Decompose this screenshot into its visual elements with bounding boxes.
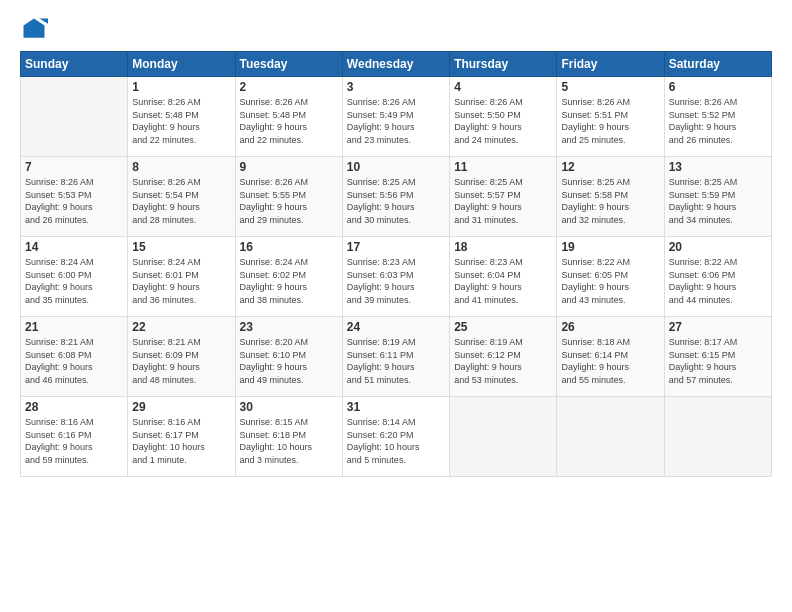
day-info: Sunrise: 8:22 AM Sunset: 6:06 PM Dayligh…	[669, 256, 767, 306]
day-cell: 1Sunrise: 8:26 AM Sunset: 5:48 PM Daylig…	[128, 77, 235, 157]
day-info: Sunrise: 8:19 AM Sunset: 6:11 PM Dayligh…	[347, 336, 445, 386]
day-info: Sunrise: 8:26 AM Sunset: 5:53 PM Dayligh…	[25, 176, 123, 226]
day-cell: 12Sunrise: 8:25 AM Sunset: 5:58 PM Dayli…	[557, 157, 664, 237]
page: SundayMondayTuesdayWednesdayThursdayFrid…	[0, 0, 792, 612]
day-cell: 30Sunrise: 8:15 AM Sunset: 6:18 PM Dayli…	[235, 397, 342, 477]
day-cell: 9Sunrise: 8:26 AM Sunset: 5:55 PM Daylig…	[235, 157, 342, 237]
day-cell: 4Sunrise: 8:26 AM Sunset: 5:50 PM Daylig…	[450, 77, 557, 157]
day-number: 1	[132, 80, 230, 94]
day-number: 16	[240, 240, 338, 254]
day-info: Sunrise: 8:19 AM Sunset: 6:12 PM Dayligh…	[454, 336, 552, 386]
day-info: Sunrise: 8:16 AM Sunset: 6:16 PM Dayligh…	[25, 416, 123, 466]
day-cell: 8Sunrise: 8:26 AM Sunset: 5:54 PM Daylig…	[128, 157, 235, 237]
col-header-sunday: Sunday	[21, 52, 128, 77]
day-cell: 11Sunrise: 8:25 AM Sunset: 5:57 PM Dayli…	[450, 157, 557, 237]
day-cell: 22Sunrise: 8:21 AM Sunset: 6:09 PM Dayli…	[128, 317, 235, 397]
week-row-1: 1Sunrise: 8:26 AM Sunset: 5:48 PM Daylig…	[21, 77, 772, 157]
day-cell	[557, 397, 664, 477]
day-info: Sunrise: 8:22 AM Sunset: 6:05 PM Dayligh…	[561, 256, 659, 306]
day-info: Sunrise: 8:24 AM Sunset: 6:02 PM Dayligh…	[240, 256, 338, 306]
day-cell: 18Sunrise: 8:23 AM Sunset: 6:04 PM Dayli…	[450, 237, 557, 317]
day-number: 5	[561, 80, 659, 94]
day-info: Sunrise: 8:23 AM Sunset: 6:04 PM Dayligh…	[454, 256, 552, 306]
day-cell: 2Sunrise: 8:26 AM Sunset: 5:48 PM Daylig…	[235, 77, 342, 157]
day-number: 14	[25, 240, 123, 254]
col-header-wednesday: Wednesday	[342, 52, 449, 77]
day-cell: 10Sunrise: 8:25 AM Sunset: 5:56 PM Dayli…	[342, 157, 449, 237]
day-info: Sunrise: 8:21 AM Sunset: 6:08 PM Dayligh…	[25, 336, 123, 386]
col-header-friday: Friday	[557, 52, 664, 77]
day-cell: 17Sunrise: 8:23 AM Sunset: 6:03 PM Dayli…	[342, 237, 449, 317]
day-cell: 16Sunrise: 8:24 AM Sunset: 6:02 PM Dayli…	[235, 237, 342, 317]
day-cell: 13Sunrise: 8:25 AM Sunset: 5:59 PM Dayli…	[664, 157, 771, 237]
day-number: 8	[132, 160, 230, 174]
day-number: 23	[240, 320, 338, 334]
week-row-2: 7Sunrise: 8:26 AM Sunset: 5:53 PM Daylig…	[21, 157, 772, 237]
day-info: Sunrise: 8:26 AM Sunset: 5:51 PM Dayligh…	[561, 96, 659, 146]
day-info: Sunrise: 8:26 AM Sunset: 5:49 PM Dayligh…	[347, 96, 445, 146]
day-info: Sunrise: 8:25 AM Sunset: 5:57 PM Dayligh…	[454, 176, 552, 226]
day-cell: 27Sunrise: 8:17 AM Sunset: 6:15 PM Dayli…	[664, 317, 771, 397]
day-info: Sunrise: 8:15 AM Sunset: 6:18 PM Dayligh…	[240, 416, 338, 466]
day-number: 4	[454, 80, 552, 94]
day-number: 22	[132, 320, 230, 334]
day-number: 31	[347, 400, 445, 414]
day-info: Sunrise: 8:23 AM Sunset: 6:03 PM Dayligh…	[347, 256, 445, 306]
week-row-5: 28Sunrise: 8:16 AM Sunset: 6:16 PM Dayli…	[21, 397, 772, 477]
day-info: Sunrise: 8:20 AM Sunset: 6:10 PM Dayligh…	[240, 336, 338, 386]
logo	[20, 15, 52, 43]
col-header-monday: Monday	[128, 52, 235, 77]
day-info: Sunrise: 8:24 AM Sunset: 6:00 PM Dayligh…	[25, 256, 123, 306]
day-info: Sunrise: 8:25 AM Sunset: 5:59 PM Dayligh…	[669, 176, 767, 226]
day-cell	[664, 397, 771, 477]
day-info: Sunrise: 8:26 AM Sunset: 5:54 PM Dayligh…	[132, 176, 230, 226]
day-info: Sunrise: 8:26 AM Sunset: 5:50 PM Dayligh…	[454, 96, 552, 146]
day-number: 28	[25, 400, 123, 414]
day-cell: 25Sunrise: 8:19 AM Sunset: 6:12 PM Dayli…	[450, 317, 557, 397]
day-number: 7	[25, 160, 123, 174]
day-cell: 28Sunrise: 8:16 AM Sunset: 6:16 PM Dayli…	[21, 397, 128, 477]
day-cell	[21, 77, 128, 157]
day-cell: 26Sunrise: 8:18 AM Sunset: 6:14 PM Dayli…	[557, 317, 664, 397]
day-number: 17	[347, 240, 445, 254]
day-info: Sunrise: 8:21 AM Sunset: 6:09 PM Dayligh…	[132, 336, 230, 386]
day-info: Sunrise: 8:26 AM Sunset: 5:48 PM Dayligh…	[240, 96, 338, 146]
day-info: Sunrise: 8:26 AM Sunset: 5:52 PM Dayligh…	[669, 96, 767, 146]
day-number: 20	[669, 240, 767, 254]
day-cell: 5Sunrise: 8:26 AM Sunset: 5:51 PM Daylig…	[557, 77, 664, 157]
day-number: 30	[240, 400, 338, 414]
day-number: 11	[454, 160, 552, 174]
day-cell: 6Sunrise: 8:26 AM Sunset: 5:52 PM Daylig…	[664, 77, 771, 157]
day-number: 27	[669, 320, 767, 334]
day-number: 2	[240, 80, 338, 94]
day-info: Sunrise: 8:26 AM Sunset: 5:48 PM Dayligh…	[132, 96, 230, 146]
day-info: Sunrise: 8:25 AM Sunset: 5:56 PM Dayligh…	[347, 176, 445, 226]
day-cell: 7Sunrise: 8:26 AM Sunset: 5:53 PM Daylig…	[21, 157, 128, 237]
day-cell: 3Sunrise: 8:26 AM Sunset: 5:49 PM Daylig…	[342, 77, 449, 157]
calendar-body: 1Sunrise: 8:26 AM Sunset: 5:48 PM Daylig…	[21, 77, 772, 477]
day-info: Sunrise: 8:25 AM Sunset: 5:58 PM Dayligh…	[561, 176, 659, 226]
col-header-thursday: Thursday	[450, 52, 557, 77]
col-header-tuesday: Tuesday	[235, 52, 342, 77]
day-info: Sunrise: 8:26 AM Sunset: 5:55 PM Dayligh…	[240, 176, 338, 226]
day-cell: 19Sunrise: 8:22 AM Sunset: 6:05 PM Dayli…	[557, 237, 664, 317]
day-number: 12	[561, 160, 659, 174]
day-cell: 21Sunrise: 8:21 AM Sunset: 6:08 PM Dayli…	[21, 317, 128, 397]
day-cell: 31Sunrise: 8:14 AM Sunset: 6:20 PM Dayli…	[342, 397, 449, 477]
calendar-table: SundayMondayTuesdayWednesdayThursdayFrid…	[20, 51, 772, 477]
day-number: 15	[132, 240, 230, 254]
day-number: 25	[454, 320, 552, 334]
day-number: 10	[347, 160, 445, 174]
day-number: 9	[240, 160, 338, 174]
day-number: 3	[347, 80, 445, 94]
day-info: Sunrise: 8:14 AM Sunset: 6:20 PM Dayligh…	[347, 416, 445, 466]
col-header-saturday: Saturday	[664, 52, 771, 77]
day-cell: 14Sunrise: 8:24 AM Sunset: 6:00 PM Dayli…	[21, 237, 128, 317]
day-cell: 23Sunrise: 8:20 AM Sunset: 6:10 PM Dayli…	[235, 317, 342, 397]
day-cell: 15Sunrise: 8:24 AM Sunset: 6:01 PM Dayli…	[128, 237, 235, 317]
day-cell: 29Sunrise: 8:16 AM Sunset: 6:17 PM Dayli…	[128, 397, 235, 477]
day-number: 21	[25, 320, 123, 334]
week-row-3: 14Sunrise: 8:24 AM Sunset: 6:00 PM Dayli…	[21, 237, 772, 317]
week-row-4: 21Sunrise: 8:21 AM Sunset: 6:08 PM Dayli…	[21, 317, 772, 397]
svg-marker-0	[24, 19, 45, 38]
